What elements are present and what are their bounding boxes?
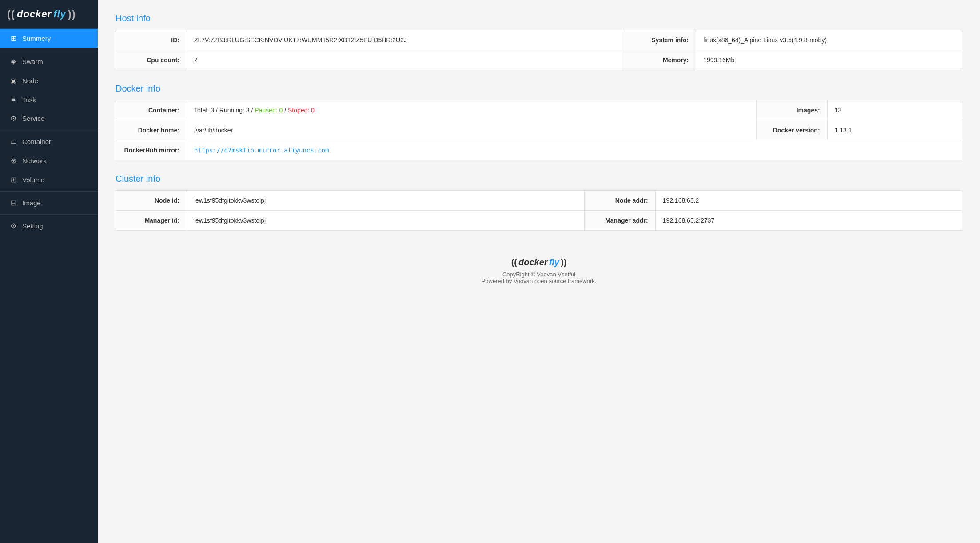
docker-version-value: 1.13.1	[827, 120, 962, 140]
sidebar-item-task[interactable]: ≡ Task	[0, 90, 98, 109]
logo-fly: fly	[53, 8, 66, 20]
image-icon: ⊟	[9, 199, 18, 207]
manager-id-addr-row: Manager id: iew1sf95dfgitokkv3wstolpj Ma…	[116, 211, 962, 231]
logo-docker: docker	[17, 8, 52, 20]
memory-label: Memory:	[625, 50, 696, 70]
sidebar-item-network[interactable]: ⊕ Network	[0, 151, 98, 170]
container-total: Total: 3	[194, 107, 214, 114]
container-running: Running: 3	[219, 107, 250, 114]
images-value: 13	[827, 100, 962, 120]
logo-bracket-left: ((	[7, 8, 15, 20]
node-id-value: iew1sf95dfgitokkv3wstolpj	[187, 191, 585, 211]
node-id-addr-row: Node id: iew1sf95dfgitokkv3wstolpj Node …	[116, 191, 962, 211]
sidebar-item-image[interactable]: ⊟ Image	[0, 193, 98, 212]
manager-id-label: Manager id:	[116, 211, 187, 231]
memory-value: 1999.16Mb	[696, 50, 962, 70]
sidebar-label-network: Network	[22, 157, 47, 164]
images-label: Images:	[756, 100, 827, 120]
sidebar-label-node: Node	[22, 77, 38, 84]
logo-bracket-right: ))	[68, 8, 76, 20]
docker-home-value: /var/lib/docker	[187, 120, 757, 140]
sidebar-item-swarm[interactable]: ◈ Swarm	[0, 52, 98, 71]
sidebar-divider-3	[0, 191, 98, 192]
sidebar-divider-1	[0, 50, 98, 50]
host-id-row: ID: ZL7V:7ZB3:RLUG:SECK:NVOV:UKT7:WUMM:I…	[116, 30, 962, 50]
sidebar-logo: ((dockerfly))	[0, 0, 98, 29]
task-icon: ≡	[9, 96, 18, 104]
cpu-memory-row: Cpu count: 2 Memory: 1999.16Mb	[116, 50, 962, 70]
dockerhub-mirror-label: DockerHub mirror:	[116, 140, 187, 160]
footer-logo-bracket-right: ))	[561, 257, 566, 268]
sidebar-label-swarm: Swarm	[22, 58, 43, 65]
manager-id-value: iew1sf95dfgitokkv3wstolpj	[187, 211, 585, 231]
network-icon: ⊕	[9, 156, 18, 165]
sidebar-label-setting: Setting	[22, 222, 43, 230]
sidebar-item-summery[interactable]: ⊞ Summery	[0, 29, 98, 48]
docker-info-table: Container: Total: 3 / Running: 3 / Pause…	[116, 100, 962, 160]
sidebar-label-summery: Summery	[22, 35, 51, 42]
container-value: Total: 3 / Running: 3 / Paused: 0 / Stop…	[187, 100, 757, 120]
footer-copyright: CopyRight © Voovan Vsetful	[116, 271, 962, 278]
cluster-info-table: Node id: iew1sf95dfgitokkv3wstolpj Node …	[116, 190, 962, 231]
sidebar-label-volume: Volume	[22, 176, 44, 184]
container-label: Container:	[116, 100, 187, 120]
swarm-icon: ◈	[9, 57, 18, 66]
service-icon: ⚙	[9, 114, 18, 123]
sidebar-label-image: Image	[22, 199, 41, 207]
host-info-title: Host info	[116, 13, 962, 24]
sidebar-label-service: Service	[22, 115, 44, 122]
docker-home-version-row: Docker home: /var/lib/docker Docker vers…	[116, 120, 962, 140]
dockerhub-mirror-value: https://d7msktio.mirror.aliyuncs.com	[187, 140, 962, 160]
node-icon: ◉	[9, 76, 18, 85]
container-paused: Paused: 0	[255, 107, 283, 114]
manager-addr-label: Manager addr:	[584, 211, 655, 231]
footer-logo: ((dockerfly))	[116, 257, 962, 268]
container-sep-3: /	[284, 107, 288, 114]
system-info-label: System info:	[625, 30, 696, 50]
sidebar-label-task: Task	[22, 96, 36, 104]
docker-version-label: Docker version:	[756, 120, 827, 140]
sidebar-divider-4	[0, 214, 98, 215]
sidebar-item-container[interactable]: ▭ Container	[0, 132, 98, 151]
logo: ((dockerfly))	[7, 8, 91, 20]
footer-powered: Powered by Voovan open source framework.	[116, 278, 962, 284]
footer-logo-fly: fly	[549, 257, 559, 268]
manager-addr-value: 192.168.65.2:2737	[655, 211, 962, 231]
sidebar-item-service[interactable]: ⚙ Service	[0, 109, 98, 128]
container-sep-1: /	[216, 107, 219, 114]
host-id-label: ID:	[116, 30, 187, 50]
main-content: Host info ID: ZL7V:7ZB3:RLUG:SECK:NVOV:U…	[98, 0, 980, 543]
dockerhub-mirror-row: DockerHub mirror: https://d7msktio.mirro…	[116, 140, 962, 160]
cpu-count-label: Cpu count:	[116, 50, 187, 70]
container-images-row: Container: Total: 3 / Running: 3 / Pause…	[116, 100, 962, 120]
cpu-count-value: 2	[187, 50, 625, 70]
docker-home-label: Docker home:	[116, 120, 187, 140]
volume-icon: ⊞	[9, 176, 18, 184]
footer-logo-docker: docker	[518, 257, 548, 268]
node-addr-label: Node addr:	[584, 191, 655, 211]
setting-icon: ⚙	[9, 222, 18, 230]
node-id-label: Node id:	[116, 191, 187, 211]
system-info-value: linux(x86_64)_Alpine Linux v3.5(4.9.8-mo…	[696, 30, 962, 50]
container-icon: ▭	[9, 137, 18, 146]
footer: ((dockerfly)) CopyRight © Voovan Vsetful…	[116, 244, 962, 293]
sidebar-item-node[interactable]: ◉ Node	[0, 71, 98, 90]
footer-logo-bracket-left: ((	[511, 257, 517, 268]
host-id-value: ZL7V:7ZB3:RLUG:SECK:NVOV:UKT7:WUMM:I5R2:…	[187, 30, 625, 50]
sidebar-item-setting[interactable]: ⚙ Setting	[0, 216, 98, 236]
sidebar-item-volume[interactable]: ⊞ Volume	[0, 170, 98, 189]
cluster-info-title: Cluster info	[116, 174, 962, 184]
docker-info-title: Docker info	[116, 84, 962, 94]
sidebar: ((dockerfly)) ⊞ Summery ◈ Swarm ◉ Node ≡…	[0, 0, 98, 543]
sidebar-divider-2	[0, 130, 98, 130]
summery-icon: ⊞	[9, 34, 18, 43]
dockerhub-mirror-url: https://d7msktio.mirror.aliyuncs.com	[194, 147, 329, 154]
sidebar-label-container: Container	[22, 138, 51, 145]
host-info-table: ID: ZL7V:7ZB3:RLUG:SECK:NVOV:UKT7:WUMM:I…	[116, 30, 962, 70]
container-stopped: Stoped: 0	[288, 107, 315, 114]
node-addr-value: 192.168.65.2	[655, 191, 962, 211]
